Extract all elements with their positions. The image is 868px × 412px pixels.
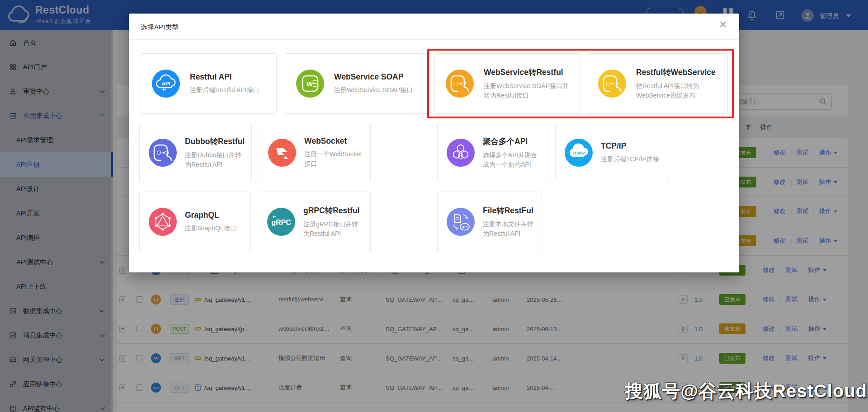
api-type-card-grpc-to-restful[interactable]: gRPC gRPC转Restful 注册gRPC接口并转为Restful API — [258, 192, 371, 252]
close-icon[interactable]: ✕ — [719, 20, 727, 30]
restful-api-icon: API — [152, 70, 180, 98]
svg-text:gRPC: gRPC — [271, 219, 291, 226]
card-title: File转RestFul — [483, 205, 535, 216]
api-type-card-dubbo-to-restful[interactable]: Dubbo转Restful 注册Dubbo接口并转为Restful API — [139, 123, 252, 182]
card-desc: 注册Dubbo接口并转为Restful API — [185, 150, 245, 169]
card-desc: 注册本地文件并转为Restful API — [483, 220, 535, 239]
card-title: Restful API — [190, 72, 259, 82]
modal-title: 选择API类型 — [141, 23, 179, 32]
api-type-card-tcp-ip[interactable]: TCP/IP TCP/IP 注册后端TCP/IP连接 — [555, 123, 669, 182]
websocket-icon — [268, 139, 296, 167]
card-title: Dubbo转Restful — [185, 136, 245, 147]
card-title: Restful转WebService — [636, 67, 721, 78]
graphql-icon — [149, 208, 177, 236]
svg-text:TCP/IP: TCP/IP — [572, 150, 585, 155]
card-desc: 注册一个WebSocket接口 — [304, 150, 364, 169]
file-to-restful-icon: API — [447, 208, 475, 236]
api-type-card-restful-api[interactable]: API Restful API 注册后端Restful API接口 — [141, 53, 277, 114]
card-desc: 把Restful API接口转为WebService协议发布 — [636, 81, 721, 100]
svg-text:API: API — [462, 225, 467, 229]
api-type-card-restful-to-webservice[interactable]: Restful转WebService 把Restful API接口转为WebSe… — [587, 53, 728, 114]
card-desc: 注册gRPC接口并转为Restful API — [303, 220, 364, 239]
card-desc: 注册GraphQL接口 — [185, 224, 236, 233]
card-desc: 注册WebService SOAP接口并转为Restful接口 — [484, 81, 573, 100]
tcp-ip-icon: TCP/IP — [565, 139, 593, 167]
webservice-soap-icon: W — [296, 70, 324, 98]
card-desc: 选择多个API并聚合成为一个新的API — [483, 150, 542, 169]
aggregate-apis-icon — [447, 139, 475, 167]
sohu-watermark: 搜狐号@谷云科技RestCloud — [625, 379, 867, 403]
restful-to-webservice-icon — [598, 70, 626, 98]
api-type-card-webservice-to-restful[interactable]: WebService转Restful 注册WebService SOAP接口并转… — [434, 53, 580, 114]
grpc-icon: gRPC — [267, 208, 295, 236]
api-type-card-graphql[interactable]: GraphQL 注册GraphQL接口 — [139, 192, 251, 252]
svg-text:API: API — [161, 81, 170, 86]
svg-text:W: W — [307, 80, 313, 88]
dubbo-to-restful-icon — [149, 139, 177, 167]
card-desc: 注册后端Restful API接口 — [190, 85, 259, 95]
api-type-card-websocket[interactable]: WebSocket 注册一个WebSocket接口 — [259, 123, 371, 182]
card-desc: 注册WebService SOAP接口 — [334, 85, 413, 95]
card-title: WebService转Restful — [484, 67, 573, 78]
api-type-card-file-to-restful[interactable]: API File转RestFul 注册本地文件并转为Restful API — [437, 192, 542, 252]
card-title: TCP/IP — [601, 141, 659, 151]
card-title: GraphQL — [185, 211, 236, 220]
card-title: 聚合多个API — [483, 136, 542, 147]
app-root: RestCloud iPaaS企业集成平台 管理员 首页 — [0, 0, 868, 412]
card-desc: 注册后端TCP/IP连接 — [601, 154, 659, 164]
modal-header: 选择API类型 ✕ — [129, 14, 739, 40]
select-api-type-modal: 选择API类型 ✕ API Restful API 注册后端Restful AP… — [129, 14, 739, 272]
card-title: WebSocket — [304, 136, 364, 146]
card-title: gRPC转Restful — [303, 205, 364, 216]
webservice-to-restful-icon — [446, 70, 474, 98]
api-type-card-webservice-soap[interactable]: W WebService SOAP 注册WebService SOAP接口 — [285, 53, 428, 114]
api-type-card-aggregate-apis[interactable]: 聚合多个API 选择多个API并聚合成为一个新的API — [437, 123, 548, 182]
card-title: WebService SOAP — [334, 72, 413, 82]
